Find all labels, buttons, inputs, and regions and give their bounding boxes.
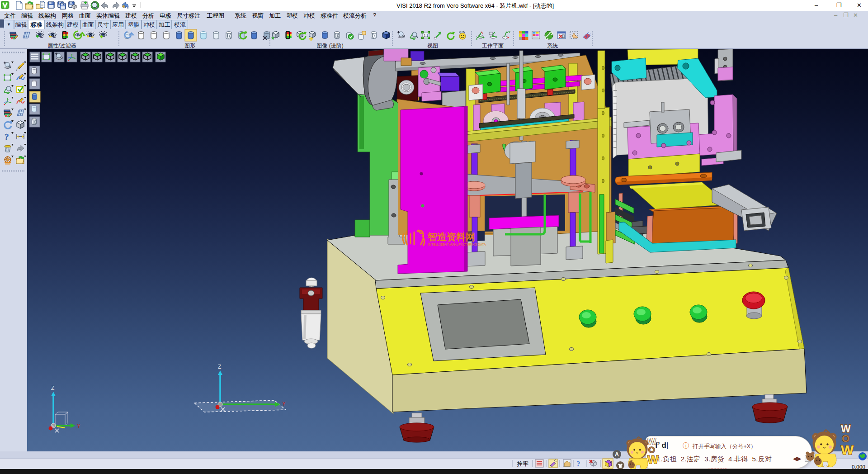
svg-text:?: ? bbox=[576, 460, 580, 468]
svg-text:?: ? bbox=[5, 132, 9, 142]
svg-text:Y: Y bbox=[77, 423, 80, 429]
svg-text:W: W bbox=[841, 442, 854, 457]
svg-text:1:1: 1:1 bbox=[424, 34, 429, 37]
svg-text:拴牢: 拴牢 bbox=[517, 460, 528, 467]
svg-text:INTELLIGENT MANUFACTURING DATA: INTELLIGENT MANUFACTURING DATA bbox=[428, 243, 486, 246]
svg-text:智造资料网: 智造资料网 bbox=[427, 232, 475, 242]
svg-text:Z: Z bbox=[218, 364, 221, 370]
svg-text:W: W bbox=[647, 453, 659, 466]
svg-text:Z: Z bbox=[51, 385, 54, 391]
svg-text:Y: Y bbox=[282, 401, 286, 407]
